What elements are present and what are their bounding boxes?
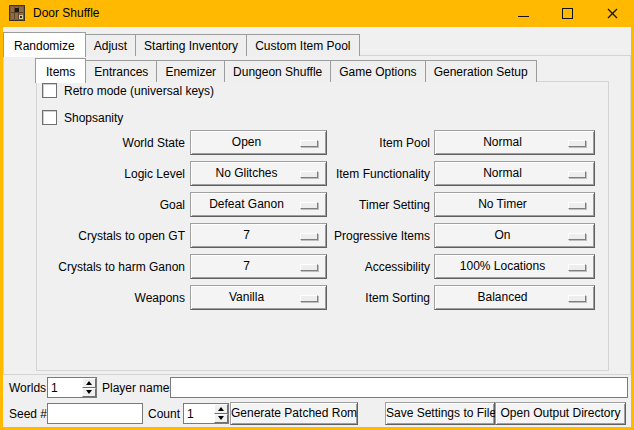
tab-generation-setup[interactable]: Generation Setup — [425, 60, 537, 82]
worlds-label: Worlds — [9, 381, 46, 395]
tab-starting-inventory[interactable]: Starting Inventory — [135, 34, 247, 56]
shopsanity-checkbox-row: Shopsanity — [42, 110, 123, 125]
progressive-items-dropdown[interactable]: On — [434, 223, 595, 248]
dropdown-indicator-icon — [568, 171, 586, 178]
tab-dungeon-shuffle[interactable]: Dungeon Shuffle — [224, 60, 331, 82]
tab-adjust[interactable]: Adjust — [85, 34, 136, 56]
dropdown-indicator-icon — [568, 140, 586, 147]
tab-enemizer[interactable]: Enemizer — [156, 60, 225, 82]
door-icon — [9, 5, 25, 21]
weapons-dropdown[interactable]: Vanilla — [190, 285, 327, 310]
dropdown-indicator-icon — [568, 295, 586, 302]
item-sorting-dropdown[interactable]: Balanced — [434, 285, 595, 310]
title-bar[interactable]: Door Shuffle — [3, 0, 631, 27]
accessibility-label: Accessibility — [311, 260, 430, 274]
tab-custom-item-pool[interactable]: Custom Item Pool — [246, 34, 359, 56]
player-names-input[interactable] — [170, 377, 628, 398]
world-state-label: World State — [23, 136, 185, 150]
count-input[interactable] — [184, 404, 214, 423]
crystals-gt-label: Crystals to open GT — [23, 229, 185, 243]
crystals-gt-dropdown[interactable]: 7 — [190, 223, 327, 248]
worlds-spinbox — [47, 377, 97, 398]
close-button[interactable] — [595, 0, 629, 27]
tab-randomize[interactable]: Randomize — [3, 32, 86, 57]
generate-patched-rom-button[interactable]: Generate Patched Rom — [230, 402, 358, 425]
player-names-label: Player names — [102, 381, 175, 395]
count-spin-down-button[interactable] — [214, 414, 228, 424]
sub-tab-bar: Items Entrances Enemizer Dungeon Shuffle… — [35, 55, 536, 82]
item-pool-label: Item Pool — [311, 136, 430, 150]
worlds-input[interactable] — [48, 378, 82, 397]
minimize-button[interactable] — [506, 0, 540, 27]
logic-level-dropdown[interactable]: No Glitches — [190, 161, 327, 186]
seed-label: Seed # — [9, 407, 47, 421]
retro-mode-label: Retro mode (universal keys) — [64, 84, 214, 98]
arrow-down-icon — [218, 416, 224, 420]
minimize-icon — [518, 16, 529, 17]
tab-game-options[interactable]: Game Options — [330, 60, 425, 82]
arrow-up-icon — [86, 381, 92, 385]
shopsanity-label: Shopsanity — [64, 111, 123, 125]
dropdown-indicator-icon — [568, 233, 586, 240]
door-shuffle-window: Door Shuffle Randomize Adjust Starting I… — [0, 0, 634, 430]
logic-level-label: Logic Level — [23, 167, 185, 181]
crystals-ganon-label: Crystals to harm Ganon — [23, 260, 185, 274]
item-functionality-dropdown[interactable]: Normal — [434, 161, 595, 186]
weapons-label: Weapons — [23, 291, 185, 305]
world-state-dropdown[interactable]: Open — [190, 130, 327, 155]
item-sorting-label: Item Sorting — [311, 291, 430, 305]
tab-items[interactable]: Items — [35, 58, 86, 83]
save-settings-button[interactable]: Save Settings to File — [385, 402, 495, 425]
retro-mode-checkbox[interactable] — [42, 83, 57, 98]
arrow-up-icon — [218, 407, 224, 411]
timer-setting-dropdown[interactable]: No Timer — [434, 192, 595, 217]
seed-input[interactable] — [47, 403, 143, 424]
dropdown-indicator-icon — [568, 264, 586, 271]
close-icon — [607, 8, 618, 19]
dropdown-indicator-icon — [568, 202, 586, 209]
goal-dropdown[interactable]: Defeat Ganon — [190, 192, 327, 217]
open-output-directory-button[interactable]: Open Output Directory — [495, 402, 626, 425]
goal-label: Goal — [23, 198, 185, 212]
worlds-spin-down-button[interactable] — [82, 388, 96, 398]
worlds-spin-up-button[interactable] — [82, 378, 96, 388]
maximize-icon — [562, 8, 573, 19]
count-label: Count — [148, 407, 180, 421]
count-spin-up-button[interactable] — [214, 404, 228, 414]
accessibility-dropdown[interactable]: 100% Locations — [434, 254, 595, 279]
arrow-down-icon — [86, 390, 92, 394]
main-tab-bar: Randomize Adjust Starting Inventory Cust… — [3, 29, 359, 56]
item-pool-dropdown[interactable]: Normal — [434, 130, 595, 155]
retro-mode-checkbox-row: Retro mode (universal keys) — [42, 83, 214, 98]
shopsanity-checkbox[interactable] — [42, 110, 57, 125]
crystals-ganon-dropdown[interactable]: 7 — [190, 254, 327, 279]
timer-setting-label: Timer Setting — [311, 198, 430, 212]
maximize-button[interactable] — [550, 0, 584, 27]
count-spinbox — [183, 403, 229, 424]
window-title: Door Shuffle — [33, 0, 100, 26]
tab-entrances[interactable]: Entrances — [85, 60, 157, 82]
item-functionality-label: Item Functionality — [311, 167, 430, 181]
progressive-items-label: Progressive Items — [311, 229, 430, 243]
